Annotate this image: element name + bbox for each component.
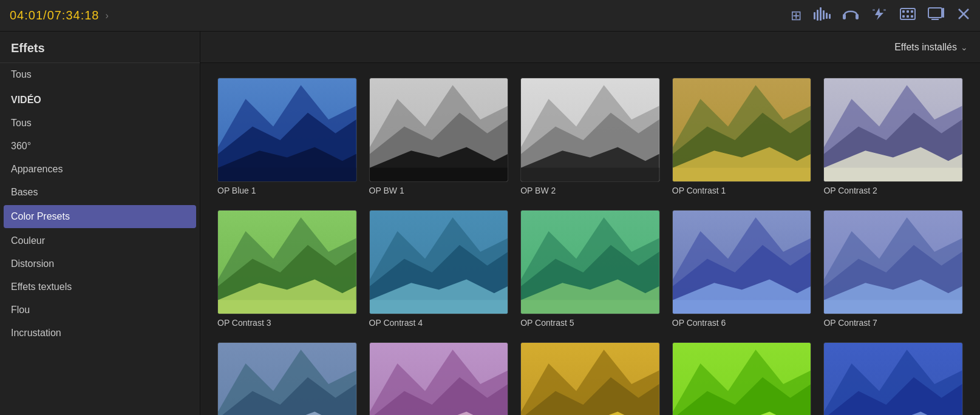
- svg-rect-6: [843, 14, 846, 19]
- sidebar-item-effets-textuels[interactable]: Effets textuels: [0, 275, 200, 299]
- sidebar-item-360[interactable]: 360°: [0, 135, 200, 158]
- svg-rect-16: [907, 15, 909, 18]
- effect-label-op-contrast-2: OP Contrast 2: [823, 186, 963, 195]
- svg-rect-57: [370, 300, 508, 314]
- effect-label-op-bw-1: OP BW 1: [369, 186, 509, 195]
- effect-label-op-contrast-7: OP Contrast 7: [823, 318, 963, 328]
- film-svg: [900, 7, 916, 21]
- effect-item-op-contrast-3[interactable]: OP Contrast 3: [217, 210, 357, 328]
- effect-item-op-contrast-9[interactable]: OP Contrast 9: [369, 342, 509, 415]
- effect-item-op-contrast-6[interactable]: OP Contrast 6: [672, 210, 812, 328]
- filter-text: Effets installés: [894, 42, 957, 53]
- waveform-svg: [814, 7, 831, 21]
- effect-item-op-moonlight-1[interactable]: OP Moonlight 1: [823, 342, 963, 415]
- split-icon[interactable]: ⊞: [791, 8, 801, 24]
- svg-rect-27: [218, 167, 356, 181]
- effect-thumbnail-op-contrast-5: [520, 210, 660, 314]
- effect-thumbnail-op-contrast-8: [217, 342, 357, 415]
- film-icon[interactable]: [900, 7, 916, 24]
- svg-rect-2: [820, 7, 822, 21]
- sidebar-item-color-presets[interactable]: Color Presets: [4, 205, 196, 228]
- effect-item-op-bw-1[interactable]: OP BW 1: [369, 78, 509, 195]
- svg-rect-13: [907, 10, 909, 13]
- effect-item-op-contrast-7[interactable]: OP Contrast 7: [823, 210, 963, 328]
- effect-thumbnail-op-contrast-6: [672, 210, 812, 314]
- svg-rect-9: [873, 9, 875, 11]
- effect-thumbnail-op-contrast-3: [217, 210, 357, 314]
- effect-item-op-contrast-1[interactable]: OP Contrast 1: [672, 78, 812, 195]
- sidebar-item-couleur[interactable]: Couleur: [0, 229, 200, 252]
- toolbar-icons: ⊞: [791, 7, 970, 24]
- effect-label-op-bw-2: OP BW 2: [520, 186, 660, 195]
- svg-rect-37: [521, 168, 659, 182]
- svg-rect-52: [218, 300, 356, 314]
- effect-label-op-contrast-4: OP Contrast 4: [369, 318, 509, 328]
- svg-rect-72: [824, 300, 962, 314]
- close-svg: [957, 7, 970, 21]
- effect-label-op-blue-1: OP Blue 1: [217, 186, 357, 195]
- sidebar-item-tous-video[interactable]: Tous: [0, 112, 200, 135]
- effect-label-op-contrast-1: OP Contrast 1: [672, 186, 812, 195]
- flash-icon[interactable]: [871, 7, 888, 24]
- effect-item-op-gold-1[interactable]: OP Gold 1: [520, 342, 660, 415]
- toolbar: 04:01/07:34:18 › ⊞: [0, 0, 980, 32]
- svg-rect-42: [673, 167, 811, 181]
- main-area: Effets Tous VIDÉO Tous 360° Apparences B…: [0, 32, 980, 415]
- sidebar-section-video: VIDÉO: [0, 86, 200, 112]
- effect-item-op-contrast-2[interactable]: OP Contrast 2: [823, 78, 963, 195]
- effect-label-op-contrast-3: OP Contrast 3: [217, 318, 357, 328]
- svg-rect-3: [823, 10, 825, 19]
- svg-rect-67: [673, 300, 811, 314]
- effect-thumbnail-op-bw-1: [369, 78, 509, 182]
- effect-thumbnail-op-contrast-2: [823, 78, 963, 182]
- sidebar-item-bases[interactable]: Bases: [0, 181, 200, 204]
- close-icon[interactable]: [957, 7, 970, 24]
- svg-rect-15: [902, 15, 905, 18]
- content-area: Effets installés ⌄ OP Blue 1 OP: [200, 32, 980, 415]
- svg-rect-7: [856, 14, 859, 19]
- effect-item-op-bw-2[interactable]: OP BW 2: [520, 78, 660, 195]
- monitor-icon[interactable]: [928, 7, 945, 24]
- effect-item-op-contrast-5[interactable]: OP Contrast 5: [520, 210, 660, 328]
- content-header: Effets installés ⌄: [200, 32, 980, 63]
- effect-thumbnail-op-blue-1: [217, 78, 357, 182]
- effect-item-op-lime-1[interactable]: OP Lime 1: [672, 342, 812, 415]
- effect-thumbnail-op-gold-1: [520, 342, 660, 415]
- monitor-svg: [928, 7, 945, 21]
- effect-thumbnail-op-bw-2: [520, 78, 660, 182]
- effect-item-op-blue-1[interactable]: OP Blue 1: [217, 78, 357, 195]
- svg-rect-12: [902, 10, 905, 13]
- timecode-chevron[interactable]: ›: [105, 10, 108, 21]
- sidebar-item-apparences[interactable]: Apparences: [0, 158, 200, 181]
- filter-chevron-icon: ⌄: [961, 42, 968, 52]
- flash-svg: [871, 7, 888, 21]
- svg-rect-32: [370, 167, 508, 181]
- sidebar-item-flou[interactable]: Flou: [0, 299, 200, 322]
- svg-marker-8: [875, 8, 883, 20]
- effects-grid: OP Blue 1 OP BW 1 OP BW 2: [200, 63, 980, 415]
- sidebar: Effets Tous VIDÉO Tous 360° Apparences B…: [0, 32, 200, 415]
- effect-label-op-contrast-5: OP Contrast 5: [520, 318, 660, 328]
- headphones-icon[interactable]: [843, 7, 859, 24]
- effect-item-op-contrast-8[interactable]: OP Contrast 8: [217, 342, 357, 415]
- sidebar-item-tous-top[interactable]: Tous: [0, 63, 200, 86]
- svg-rect-19: [942, 8, 944, 18]
- svg-rect-10: [883, 9, 886, 11]
- svg-rect-62: [521, 300, 659, 314]
- svg-rect-0: [814, 12, 815, 19]
- effect-thumbnail-op-lime-1: [672, 342, 812, 415]
- headphones-svg: [843, 7, 859, 21]
- filter-label[interactable]: Effets installés ⌄: [894, 42, 968, 53]
- effect-thumbnail-op-contrast-1: [672, 78, 812, 182]
- svg-rect-4: [826, 13, 828, 19]
- sidebar-item-distorsion[interactable]: Distorsion: [0, 252, 200, 275]
- timecode-total: 07:34:18: [47, 8, 100, 22]
- svg-rect-14: [911, 10, 913, 13]
- effect-item-op-contrast-4[interactable]: OP Contrast 4: [369, 210, 509, 328]
- svg-rect-5: [829, 14, 831, 19]
- effect-thumbnail-op-moonlight-1: [823, 342, 963, 415]
- sidebar-item-incrustation[interactable]: Incrustation: [0, 322, 200, 345]
- svg-rect-1: [817, 10, 818, 21]
- waveform-icon[interactable]: [814, 7, 831, 24]
- svg-rect-18: [928, 8, 942, 18]
